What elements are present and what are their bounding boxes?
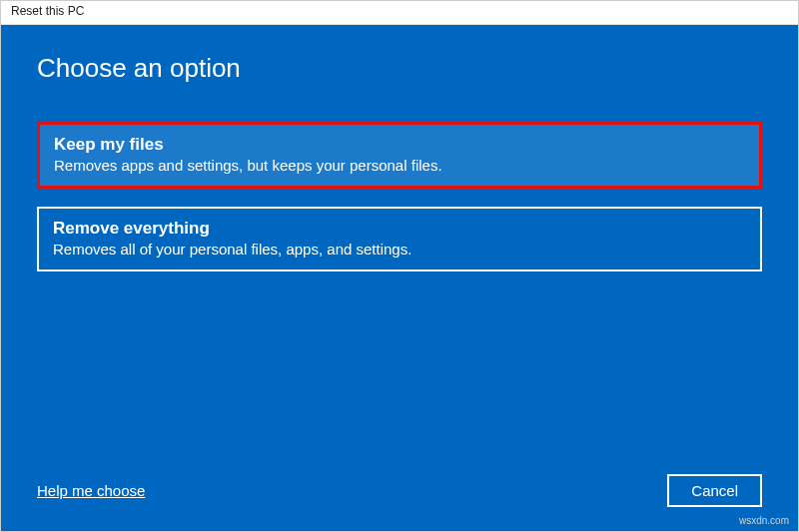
option-remove-everything[interactable]: Remove everything Removes all of your pe… <box>37 207 762 271</box>
window-titlebar: Reset this PC <box>1 1 798 25</box>
option-description: Removes all of your personal files, apps… <box>53 241 746 258</box>
option-description: Removes apps and settings, but keeps you… <box>54 157 745 174</box>
option-title: Remove everything <box>53 219 746 239</box>
cancel-button[interactable]: Cancel <box>667 474 762 507</box>
option-keep-my-files[interactable]: Keep my files Removes apps and settings,… <box>37 122 762 189</box>
option-title: Keep my files <box>54 135 745 155</box>
reset-pc-window: Reset this PC Choose an option Keep my f… <box>0 0 799 532</box>
window-title: Reset this PC <box>11 4 84 18</box>
watermark: wsxdn.com <box>739 515 789 526</box>
help-me-choose-link[interactable]: Help me choose <box>37 482 145 499</box>
dialog-content: Choose an option Keep my files Removes a… <box>1 25 798 531</box>
dialog-footer: Help me choose Cancel <box>37 464 762 507</box>
page-heading: Choose an option <box>37 53 762 84</box>
